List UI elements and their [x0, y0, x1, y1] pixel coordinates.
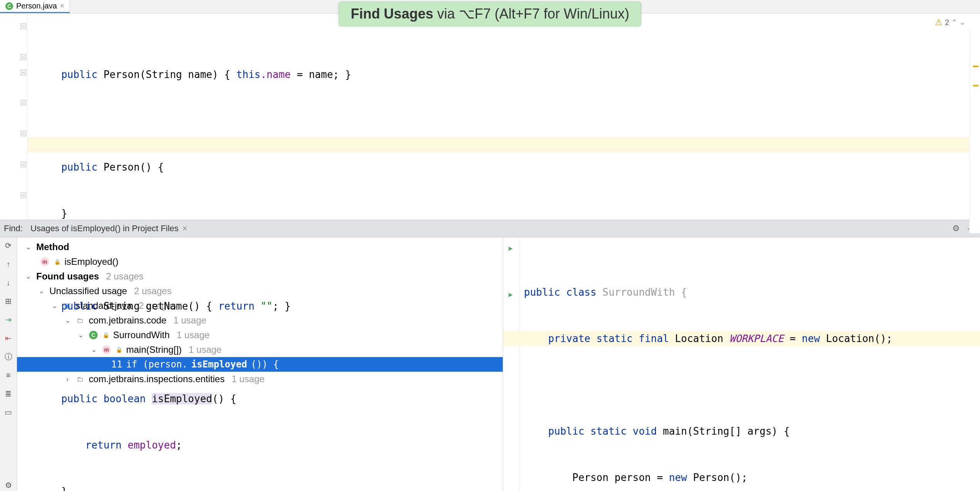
code-text: = — [784, 333, 802, 344]
nav-right-icon[interactable]: ⇥ — [3, 314, 14, 325]
error-stripe[interactable] — [969, 27, 980, 233]
find-label: Find: — [4, 223, 23, 234]
code-text: String — [103, 300, 140, 312]
code-text: { — [218, 69, 237, 80]
fold-icon[interactable]: − — [21, 193, 26, 198]
file-tab[interactable]: C Person.java × — [0, 0, 70, 13]
nav-left-icon[interactable]: ⇤ — [3, 332, 14, 344]
fold-icon[interactable]: − — [21, 54, 26, 60]
banner-title: Find Usages — [351, 6, 433, 22]
prev-occurrence-icon[interactable]: ↑ — [3, 258, 14, 270]
fold-icon[interactable]: − — [21, 24, 26, 29]
code-text: (String name) — [140, 69, 218, 80]
usage-preview[interactable]: ▶ ▶ public class SurroundWith { private … — [503, 237, 980, 491]
fold-icon[interactable]: − — [21, 162, 26, 167]
code-text: Person — [103, 161, 140, 173]
editor-area: − − − − − − − public Person(String name)… — [0, 14, 980, 220]
code-text: } — [61, 208, 68, 219]
code-text — [524, 333, 548, 344]
code-text: Location(); — [820, 333, 892, 344]
code-text: Person — [103, 69, 140, 80]
code-text: { — [675, 286, 687, 298]
code-text: public static void — [548, 425, 657, 437]
code-text: public — [61, 393, 98, 405]
group-by-icon[interactable]: ⊞ — [3, 295, 14, 307]
class-icon: C — [5, 2, 13, 10]
code-text: () { — [188, 300, 218, 312]
settings-icon[interactable]: ⚙ — [3, 479, 14, 491]
preview-gutter: ▶ ▶ — [503, 237, 519, 491]
code-text: public — [61, 161, 98, 173]
warning-mark[interactable] — [973, 85, 978, 86]
fold-icon[interactable]: − — [21, 70, 26, 75]
code-text: WORKPLACE — [729, 333, 784, 344]
code-text — [524, 425, 548, 437]
find-toolbar: ⟳ ↑ ↓ ⊞ ⇥ ⇤ ⓘ ≡ ≣ ▭ ⚙ — [0, 237, 17, 491]
code-text: .name — [260, 69, 291, 80]
expand-all-icon[interactable]: ≡ — [3, 369, 14, 381]
code-text: public — [61, 300, 98, 312]
chevron-up-icon[interactable]: ⌃ — [951, 18, 957, 27]
fold-icon[interactable]: − — [21, 100, 26, 105]
code-text: new — [669, 472, 687, 483]
code-text: } — [61, 486, 68, 491]
selected-identifier: isEmployed — [152, 393, 212, 405]
code-text: new — [802, 333, 820, 344]
code-text: public class — [524, 286, 596, 298]
code-text: (String[] args) { — [687, 425, 790, 437]
code-text: "" — [260, 300, 272, 312]
fold-icon[interactable]: − — [21, 131, 26, 136]
inspections-widget[interactable]: ⚠ 2 ⌃ ⌄ — [935, 17, 965, 27]
banner-rest: via ⌥F7 (Alt+F7 for Win/Linux) — [433, 6, 629, 22]
code-editor[interactable]: public Person(String name) { this.name =… — [28, 14, 980, 220]
tip-banner: Find Usages via ⌥F7 (Alt+F7 for Win/Linu… — [339, 2, 641, 26]
code-text: boolean — [103, 393, 146, 405]
code-text: Person person = — [572, 472, 669, 483]
code-text: ; } — [273, 300, 291, 312]
code-text: SurroundWith — [603, 286, 675, 298]
tab-filename: Person.java — [16, 2, 57, 10]
code-text: = name; } — [291, 69, 351, 80]
code-text: public — [61, 69, 98, 80]
warning-icon: ⚠ — [935, 17, 943, 27]
code-text — [524, 472, 572, 483]
chevron-down-icon[interactable]: ⌄ — [960, 18, 965, 27]
code-text: () { — [140, 161, 164, 173]
code-text: return — [218, 300, 255, 312]
info-icon[interactable]: ⓘ — [3, 351, 14, 362]
code-text: private static final — [548, 333, 669, 344]
code-text: main — [657, 425, 687, 437]
collapse-all-icon[interactable]: ≣ — [3, 388, 14, 400]
code-text: this — [237, 69, 261, 80]
code-text: getName — [146, 300, 188, 312]
code-text: () { — [212, 393, 237, 405]
code-text: employed — [128, 439, 176, 451]
rerun-icon[interactable]: ⟳ — [3, 240, 14, 251]
close-tab-icon[interactable]: × — [60, 2, 64, 10]
code-text: ; — [176, 439, 182, 451]
warning-count: 2 — [945, 18, 949, 27]
next-occurrence-icon[interactable]: ↓ — [3, 277, 14, 288]
code-text: Location — [669, 333, 730, 344]
code-text: return — [85, 439, 122, 451]
editor-gutter: − − − − − − − — [0, 14, 28, 220]
code-text: Person(); — [687, 472, 748, 483]
preview-icon[interactable]: ▭ — [3, 406, 14, 418]
